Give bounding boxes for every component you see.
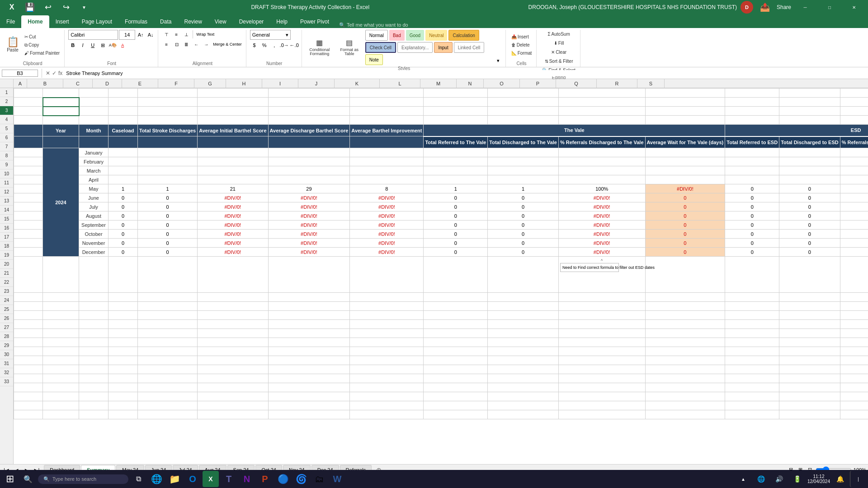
- cell-g19[interactable]: [268, 257, 350, 293]
- cell-year-h2[interactable]: [43, 136, 79, 148]
- cell-g9[interactable]: [350, 166, 424, 175]
- style-bad[interactable]: Bad: [389, 30, 405, 41]
- row-13[interactable]: 13: [0, 197, 13, 206]
- cell-f1[interactable]: [198, 89, 268, 98]
- cell-e15[interactable]: #DIV/0!: [198, 221, 268, 230]
- tell-me-input[interactable]: 🔍 Tell me what you want to do: [335, 22, 412, 28]
- excel-logo[interactable]: X: [4, 0, 20, 15]
- cell-i15[interactable]: 0: [488, 221, 559, 230]
- cell-i16[interactable]: 0: [488, 230, 559, 239]
- row-2[interactable]: 2: [0, 97, 13, 106]
- cell-a31[interactable]: [14, 392, 43, 401]
- cell-h2[interactable]: [350, 98, 424, 107]
- cell-a18[interactable]: [14, 248, 43, 257]
- cell-e10[interactable]: [198, 175, 268, 184]
- maximize-button[interactable]: □: [819, 0, 840, 14]
- italic-button[interactable]: I: [78, 41, 87, 50]
- cell-m15[interactable]: 0: [779, 221, 840, 230]
- indent-inc-button[interactable]: →: [202, 40, 211, 49]
- cell-f2[interactable]: [198, 98, 268, 107]
- cell-j12[interactable]: #DIV/0!: [558, 193, 645, 202]
- cell-b4[interactable]: [43, 116, 79, 125]
- name-box[interactable]: [2, 70, 38, 77]
- taskbar-chrome-button[interactable]: 🔵: [275, 471, 291, 487]
- styles-more-button[interactable]: ▾: [494, 56, 503, 65]
- quick-access-redo[interactable]: ↪: [58, 0, 74, 15]
- row-4[interactable]: 4: [0, 115, 13, 124]
- style-explanatory[interactable]: Explanatory...: [397, 42, 433, 53]
- clear-button[interactable]: ✕ Clear: [549, 48, 568, 56]
- cell-d15[interactable]: 0: [138, 221, 198, 230]
- row-22[interactable]: 22: [0, 278, 13, 287]
- autosum-button[interactable]: Σ AutoSum: [546, 30, 571, 38]
- accounting-format-button[interactable]: $: [250, 41, 259, 50]
- row-20[interactable]: 20: [0, 260, 13, 269]
- cell-m11[interactable]: 0: [779, 184, 840, 193]
- cell-a32[interactable]: [14, 401, 43, 410]
- cell-e16[interactable]: #DIV/0!: [198, 230, 268, 239]
- cell-j15[interactable]: #DIV/0!: [558, 221, 645, 230]
- format-button[interactable]: 📐 Format: [509, 49, 534, 57]
- cell-e8[interactable]: [198, 157, 268, 166]
- increase-font-button[interactable]: A↑: [136, 30, 145, 39]
- cell-wait-vale-header[interactable]: Average Wait for The Vale (days): [645, 136, 725, 148]
- cell-d17[interactable]: 0: [138, 239, 198, 248]
- cell-l15[interactable]: 0: [725, 221, 779, 230]
- col-header-o[interactable]: O: [484, 79, 520, 88]
- cell-m3[interactable]: [725, 107, 779, 116]
- row-6[interactable]: 6: [0, 133, 13, 142]
- col-header-g[interactable]: G: [194, 79, 226, 88]
- row-32[interactable]: 32: [0, 368, 13, 377]
- cell-b3[interactable]: [43, 107, 79, 116]
- cell-f14[interactable]: #DIV/0!: [268, 211, 350, 221]
- row-31[interactable]: 31: [0, 359, 13, 368]
- cell-n3[interactable]: [779, 107, 840, 116]
- start-button[interactable]: ⊞: [2, 471, 18, 487]
- style-input[interactable]: Input: [434, 42, 452, 53]
- cell-m2[interactable]: [725, 98, 779, 107]
- row-24[interactable]: 24: [0, 296, 13, 305]
- cell-ref-esd-header[interactable]: Total Referred to ESD: [725, 136, 779, 148]
- user-avatar[interactable]: D: [741, 1, 753, 14]
- underline-button[interactable]: U: [88, 41, 97, 50]
- style-good[interactable]: Good: [406, 30, 424, 41]
- cell-d13[interactable]: 0: [138, 202, 198, 211]
- row-27[interactable]: 27: [0, 323, 13, 332]
- style-checkcell[interactable]: Check Cell: [365, 42, 396, 53]
- search-button[interactable]: 🔍: [20, 471, 36, 487]
- cell-e20[interactable]: [138, 293, 198, 302]
- cell-f12[interactable]: #DIV/0!: [268, 193, 350, 202]
- align-left-button[interactable]: ≡: [162, 40, 171, 49]
- cell-jul[interactable]: July: [79, 202, 108, 211]
- cell-j16[interactable]: #DIV/0!: [558, 230, 645, 239]
- notification-button[interactable]: 🔔: [832, 471, 848, 487]
- cancel-formula-icon[interactable]: ✕: [46, 70, 50, 76]
- fill-color-button[interactable]: A🎨: [108, 41, 117, 50]
- cell-d1[interactable]: [108, 89, 138, 98]
- close-button[interactable]: ✕: [844, 0, 864, 14]
- col-header-a[interactable]: A: [14, 79, 27, 88]
- style-calculation[interactable]: Calculation: [448, 30, 479, 41]
- cell-a20[interactable]: [14, 293, 43, 302]
- cell-k2[interactable]: [558, 98, 645, 107]
- row-16[interactable]: 16: [0, 224, 13, 233]
- cell-g3[interactable]: [268, 107, 350, 116]
- cell-a29[interactable]: [14, 374, 43, 383]
- cell-i14[interactable]: 0: [488, 211, 559, 221]
- row-21[interactable]: 21: [0, 269, 13, 278]
- cell-h11[interactable]: 1: [424, 184, 488, 193]
- cell-k16[interactable]: 0: [645, 230, 725, 239]
- col-header-c[interactable]: C: [63, 79, 93, 88]
- col-header-b[interactable]: B: [27, 79, 63, 88]
- bold-button[interactable]: B: [68, 41, 77, 50]
- cell-k7[interactable]: [645, 148, 725, 157]
- cell-c12[interactable]: 0: [108, 193, 138, 202]
- cell-f3[interactable]: [198, 107, 268, 116]
- tab-help[interactable]: Help: [270, 15, 294, 28]
- cell-i19[interactable]: [424, 257, 488, 293]
- cell-c18[interactable]: 0: [108, 248, 138, 257]
- taskbar-excel-button[interactable]: X: [203, 471, 219, 487]
- cell-k9[interactable]: [645, 166, 725, 175]
- increase-decimal-button[interactable]: .0→: [280, 41, 289, 50]
- formula-input[interactable]: [64, 70, 866, 76]
